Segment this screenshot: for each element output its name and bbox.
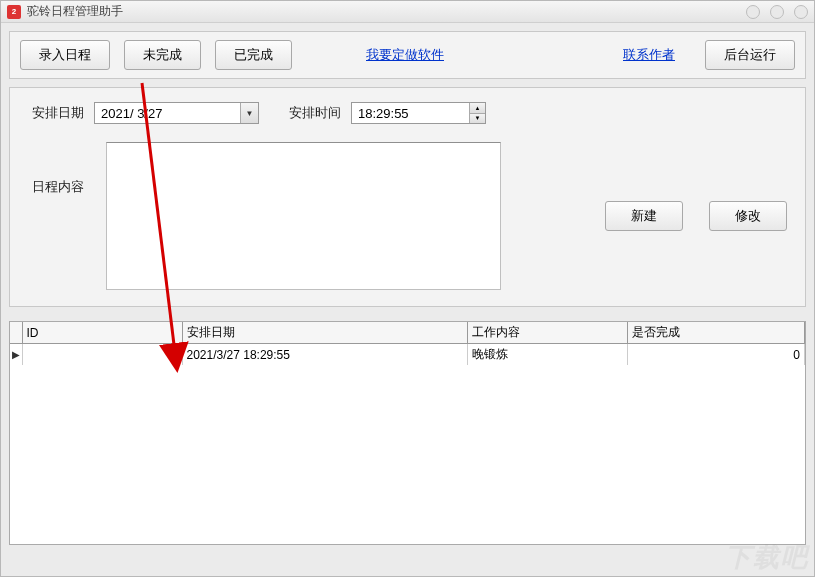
minimize-button[interactable] [746,5,760,19]
run-background-button[interactable]: 后台运行 [705,40,795,70]
titlebar: 2 驼铃日程管理助手 [1,1,814,23]
custom-software-link[interactable]: 我要定做软件 [366,46,444,64]
enter-schedule-button[interactable]: 录入日程 [20,40,110,70]
date-value: 2021/ 3/27 [95,106,240,121]
spinner-down-icon[interactable]: ▼ [470,114,485,124]
time-spinner[interactable]: ▲ ▼ [469,103,485,123]
content-label: 日程内容 [32,142,84,196]
col-done[interactable]: 是否完成 [627,322,805,344]
form-panel: 安排日期 2021/ 3/27 ▼ 安排时间 18:29:55 ▲ ▼ 日程内容 [9,87,806,307]
date-label: 安排日期 [32,104,84,122]
close-button[interactable] [794,5,808,19]
cell-done: 0 [627,344,805,366]
row-marker-icon: ▶ [10,344,22,366]
time-value: 18:29:55 [352,106,469,121]
col-content[interactable]: 工作内容 [467,322,627,344]
content-textarea[interactable] [106,142,501,290]
app-icon: 2 [7,5,21,19]
col-id[interactable]: ID [22,322,182,344]
cell-date: 2021/3/27 18:29:55 [182,344,467,366]
schedule-grid[interactable]: ID 安排日期 工作内容 是否完成 ▶ 1 2021/3/27 18:29:55… [9,321,806,545]
incomplete-button[interactable]: 未完成 [124,40,201,70]
grid-header-marker [10,322,22,344]
app-window: 2 驼铃日程管理助手 录入日程 未完成 已完成 我要定做软件 联系作者 后台运行… [0,0,815,577]
new-button[interactable]: 新建 [605,201,683,231]
completed-button[interactable]: 已完成 [215,40,292,70]
col-date[interactable]: 安排日期 [182,322,467,344]
date-picker[interactable]: 2021/ 3/27 ▼ [94,102,259,124]
edit-button[interactable]: 修改 [709,201,787,231]
contact-author-link[interactable]: 联系作者 [623,46,675,64]
toolbar: 录入日程 未完成 已完成 我要定做软件 联系作者 后台运行 [9,31,806,79]
table-row[interactable]: ▶ 1 2021/3/27 18:29:55 晚锻炼 0 [10,344,805,366]
maximize-button[interactable] [770,5,784,19]
time-label: 安排时间 [289,104,341,122]
window-title: 驼铃日程管理助手 [27,3,123,20]
cell-id: 1 [22,344,182,366]
grid-header-row: ID 安排日期 工作内容 是否完成 [10,322,805,344]
spinner-up-icon[interactable]: ▲ [470,103,485,114]
chevron-down-icon[interactable]: ▼ [240,103,258,123]
cell-content: 晚锻炼 [467,344,627,366]
time-picker[interactable]: 18:29:55 ▲ ▼ [351,102,486,124]
